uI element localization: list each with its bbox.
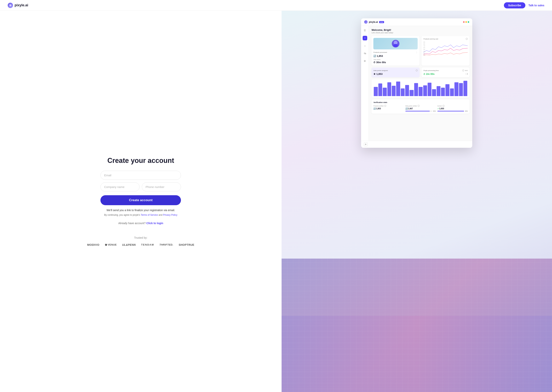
bar-item <box>419 87 422 96</box>
bars-container <box>373 81 468 96</box>
bottom-icon[interactable]: ⊞ <box>364 142 368 146</box>
svg-text:800: 800 <box>423 43 425 45</box>
subscribe-button[interactable]: Subscribe <box>504 2 525 8</box>
company-input[interactable] <box>101 182 139 191</box>
bar-item <box>414 83 418 96</box>
bar-item <box>387 82 391 96</box>
mockup-logo-icon <box>364 20 368 24</box>
email-input[interactable] <box>101 171 181 180</box>
svg-text:200: 200 <box>423 55 425 56</box>
beta-badge: beta <box>379 21 384 23</box>
bar-item <box>396 82 400 96</box>
sent-header: Products sent by user i <box>423 38 468 40</box>
click-to-login-link[interactable]: Click to login <box>146 222 163 225</box>
grid-overlay <box>282 239 552 392</box>
products-verified-label: Products verified i <box>373 105 404 107</box>
welcome-text: Welcome, Brigit! <box>371 28 470 31</box>
privacy-link[interactable]: Privacy Policy <box>163 214 177 216</box>
create-account-button[interactable]: Create account <box>101 195 181 205</box>
bar-item <box>450 88 454 96</box>
correct-pct: 99% <box>465 111 468 112</box>
verify-title: Verification stats <box>373 101 468 103</box>
talk-sales-button[interactable]: Talk to sales <box>528 4 544 7</box>
sidebar-bag-icon[interactable]: 🛍 <box>363 51 367 56</box>
bar-item <box>374 87 378 96</box>
verify-row: Products verified i 🔄 1,853 <box>373 105 468 112</box>
correct-col: Correct i ✓ 1,650 <box>437 105 468 112</box>
sent-info-icon: i <box>466 38 468 40</box>
products-header: Products processed ⋮ <box>373 51 418 53</box>
terms-prefix: By continuing, you agree to pixyle's <box>104 214 141 216</box>
logo[interactable]: pixyle.ai <box>8 3 28 8</box>
sidebar-plus-icon[interactable]: + <box>363 36 367 40</box>
processing-time-card: Pixyle processing time i AVG ⏱ 2m 00s <box>421 68 470 77</box>
sidebar-home-icon[interactable]: ⌂ <box>363 43 367 48</box>
svg-text:300: 300 <box>423 53 425 54</box>
svg-point-1 <box>10 5 11 6</box>
svg-text:500: 500 <box>423 49 425 50</box>
products-icon: 🔄 <box>373 55 376 57</box>
form-title: Create your account <box>101 156 181 165</box>
email-group <box>101 171 181 180</box>
products-verified-value: 🔄 1,853 <box>373 108 404 110</box>
correct-bar-fill <box>437 111 464 112</box>
sent-label: Products sent by user <box>423 38 438 40</box>
sidebar-menu-icon[interactable]: ☰ <box>363 28 367 33</box>
mockup-content: Welcome, Brigit! Let's check your stats … <box>369 26 472 141</box>
products-more-icon[interactable]: ⋮ <box>416 51 418 53</box>
logo-text: pixyle.ai <box>15 3 28 7</box>
correct-icon: ✓ <box>437 108 439 110</box>
time-saved-label: Time saved <box>373 59 418 60</box>
mockup-logo-text: pixyle.ai <box>369 21 378 23</box>
brand-shoptrue: shoptrue <box>179 243 194 246</box>
bar-item <box>432 89 436 96</box>
form-container: Create your account Create account We'll… <box>101 156 181 225</box>
data-points-header: Data points assigned i <box>373 70 418 71</box>
bar-item <box>464 81 467 96</box>
correct-label: Correct i <box>437 105 468 107</box>
data-verified-value: 🔄 1,667 <box>405 108 436 110</box>
terms-middle: and <box>158 214 163 216</box>
welcome-sub: Let's check your stats today! <box>371 32 470 34</box>
svg-point-6 <box>393 44 398 47</box>
star-icon: ★ <box>373 73 376 75</box>
bar-item <box>445 84 449 96</box>
mascot-svg <box>391 39 400 49</box>
already-account-text: Already have account? <box>118 222 145 225</box>
line-chart-svg: 900 800 700 600 500 400 300 200 <box>423 41 468 56</box>
phone-input[interactable] <box>142 182 181 191</box>
bar-chart-area <box>371 79 470 98</box>
products-verified-col: Products verified i 🔄 1,853 <box>373 105 404 112</box>
correct-progress: 99% <box>437 111 468 112</box>
bar-item <box>410 90 414 96</box>
bar-item <box>401 88 405 96</box>
bar-item <box>441 88 445 96</box>
correct-info: i <box>443 105 444 107</box>
terms-link[interactable]: Terms of Service <box>141 214 158 216</box>
verify-card: Verification stats Products verified i 🔄 <box>371 99 470 114</box>
dv-bar-fill <box>405 111 430 112</box>
correct-bar-bg <box>437 111 465 112</box>
data-verified-label: Data points verified i <box>405 105 436 107</box>
bar-item <box>459 83 463 96</box>
svg-text:400: 400 <box>423 51 425 52</box>
data-points-value: ★ 1,853 <box>373 73 418 75</box>
dv-bar-bg <box>405 111 432 112</box>
clock-small-icon: ⏱ <box>423 73 425 75</box>
svg-text:900: 900 <box>423 42 425 43</box>
products-sent-card: Products sent by user i 900 <box>421 36 470 66</box>
bar-item <box>428 83 431 96</box>
data-verified-progress: 90% <box>405 111 436 112</box>
top-stats-row: Products processed ⋮ 🔄 1,853 Time saved <box>371 36 470 66</box>
sidebar-gear-icon[interactable]: ⚙ <box>363 59 367 63</box>
trusted-section: Trusted by: MODIVO f venue Ul&Penn TENDA… <box>87 236 194 246</box>
brand-ulpenn: Ul&Penn <box>122 243 136 246</box>
brand-modivo: MODIVO <box>87 243 100 246</box>
info-text: We'll send you a link to finalize your r… <box>101 209 181 212</box>
pv-icon: 🔄 <box>373 108 376 110</box>
second-stats-row: Data points assigned i ★ 1,853 Pixyl <box>371 68 470 77</box>
bar-item <box>454 82 458 96</box>
company-group <box>101 182 139 191</box>
processing-label: Pixyle processing time <box>423 70 439 71</box>
products-value: 🔄 1,853 <box>373 55 418 57</box>
